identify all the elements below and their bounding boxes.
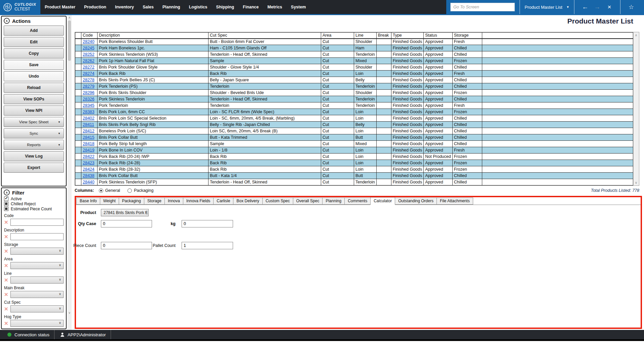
scroll-down-icon[interactable]: ∨ <box>633 181 639 184</box>
cut-spec-filter-select[interactable] <box>10 305 64 312</box>
column-header-description[interactable]: Description <box>98 33 209 39</box>
product-code-link[interactable]: 28418 <box>83 141 94 146</box>
product-code-link[interactable]: 28279 <box>83 84 94 89</box>
main-break-filter-select[interactable] <box>10 291 64 298</box>
back-button[interactable]: ← <box>579 3 591 11</box>
product-code-link[interactable]: 28326 <box>83 97 94 101</box>
tab-base-info[interactable]: Base Info <box>76 198 100 205</box>
table-row[interactable]: 28326Pork Skinless TenderloinTenderloin … <box>75 96 633 102</box>
piece-count-input[interactable] <box>101 242 152 249</box>
column-header-break[interactable]: Break <box>376 33 391 39</box>
pallet-count-input[interactable] <box>182 242 233 249</box>
product-code-link[interactable]: 28422 <box>83 154 94 159</box>
product-dropdown[interactable]: 27841 Bnls Sknls Pork E ∨ <box>101 209 149 216</box>
table-row[interactable]: 28424Pork Back Rib (28-32)Back RibCutLoi… <box>75 166 633 173</box>
row-selector-cell[interactable] <box>75 115 81 122</box>
column-header-code[interactable]: Code <box>81 33 98 39</box>
column-header-storage[interactable]: Storage <box>452 33 482 39</box>
clear-filter-icon[interactable]: ✕ <box>4 234 9 239</box>
view-spec-sheet-button[interactable]: View Spec Sheet <box>4 117 64 127</box>
table-row[interactable]: 28252Pork Skinless Tenderloin (WS3)Tende… <box>75 51 633 58</box>
product-code-link[interactable]: 28412 <box>83 129 94 133</box>
table-row[interactable]: 28272Bnls Pork Shoulder Glove StyleShoul… <box>75 64 633 71</box>
row-selector-cell[interactable] <box>75 154 81 160</box>
qty-case-input[interactable] <box>101 220 152 227</box>
row-selector-cell[interactable] <box>75 147 81 154</box>
table-row[interactable]: 28296Pork Bnls Sknls ShoulderShoulder - … <box>75 90 633 96</box>
description-filter-input[interactable] <box>10 233 64 240</box>
table-row[interactable]: 28438Bnls Pork Collar ButtButt - Kata 1/… <box>75 173 633 179</box>
save-button[interactable]: Save <box>4 60 64 70</box>
clear-filter-icon[interactable]: ✕ <box>4 263 9 268</box>
favorite-star-button[interactable]: ☆ <box>625 3 637 11</box>
area-filter-select[interactable] <box>10 262 64 269</box>
tab-calculator[interactable]: Calculator <box>370 197 395 205</box>
table-row[interactable]: 28411Bnls Sknls Pork Belly Sngl RibBelly… <box>75 122 633 128</box>
row-selector-cell[interactable] <box>75 179 81 185</box>
row-selector-cell[interactable] <box>75 173 81 179</box>
sidebar-scrollbar[interactable]: ∧ ∨ <box>67 15 72 330</box>
clear-filter-icon[interactable]: ✕ <box>4 220 9 225</box>
radio-packaging[interactable]: Packaging <box>127 188 153 193</box>
table-row[interactable]: 28274Pork Back RibBack RibCutLoinFinishe… <box>75 71 633 77</box>
menu-item-system[interactable]: System <box>287 0 310 14</box>
tab-overall-spec[interactable]: Overall Spec <box>293 198 323 205</box>
storage-filter-select[interactable] <box>10 248 64 255</box>
row-selector-cell[interactable] <box>75 58 81 64</box>
product-code-link[interactable]: 28278 <box>83 78 94 82</box>
scroll-up-icon[interactable]: ∧ <box>67 16 72 19</box>
checkbox-indeterminate-icon[interactable] <box>4 202 8 206</box>
radio-general-control[interactable] <box>99 188 103 193</box>
menu-item-finance[interactable]: Finance <box>238 0 263 14</box>
product-code-link[interactable]: 28240 <box>83 39 94 44</box>
undo-button[interactable]: Undo <box>4 71 64 81</box>
clear-filter-icon[interactable]: ✕ <box>4 249 9 254</box>
product-code-link[interactable]: 28423 <box>83 161 94 165</box>
row-selector-cell[interactable] <box>75 77 81 83</box>
menu-item-shipping[interactable]: Shipping <box>212 0 238 14</box>
row-selector-cell[interactable] <box>75 90 81 96</box>
menu-item-metrics[interactable]: Metrics <box>263 0 287 14</box>
product-code-link[interactable]: 28296 <box>83 90 94 95</box>
export-button[interactable]: Export <box>4 163 64 173</box>
scroll-down-icon[interactable]: ∨ <box>67 311 72 314</box>
row-selector-cell[interactable] <box>75 141 81 147</box>
view-npi-button[interactable]: View NPI <box>4 105 64 116</box>
tab-comments[interactable]: Comments <box>344 198 371 205</box>
product-code-link[interactable]: 28438 <box>83 173 94 178</box>
code-filter-input[interactable] <box>10 219 64 226</box>
go-to-screen-input[interactable] <box>450 3 515 11</box>
menu-item-inventory[interactable]: Inventory <box>111 0 138 14</box>
radio-general[interactable]: General <box>99 188 120 193</box>
collapse-actions-icon[interactable]: ∧ <box>4 18 10 24</box>
checkbox-checked-icon[interactable] <box>4 197 8 201</box>
filter-check-estimated-piece-count[interactable]: Estimated Piece Count <box>2 206 66 211</box>
column-header-status[interactable]: Status <box>424 33 452 39</box>
row-selector-cell[interactable] <box>75 166 81 173</box>
product-code-link[interactable]: 28411 <box>83 122 94 127</box>
column-header-area[interactable]: Area <box>321 33 354 39</box>
row-selector-cell[interactable] <box>75 45 81 51</box>
tab-box-delivery[interactable]: Box Delivery <box>233 198 262 205</box>
screen-selector-dropdown[interactable]: Product Master List ▼ <box>525 5 569 10</box>
product-code-link[interactable]: 28424 <box>83 167 94 172</box>
table-row[interactable]: 28415Bnls Pork Collar ButtButt - Kata Tr… <box>75 134 633 141</box>
row-selector-cell[interactable] <box>75 71 81 77</box>
row-selector-cell[interactable] <box>75 64 81 71</box>
product-code-link[interactable]: 28415 <box>83 135 94 140</box>
tab-custom-spec[interactable]: Custom Spec <box>262 198 293 205</box>
product-code-link[interactable]: 28272 <box>83 65 94 70</box>
line-filter-select[interactable] <box>10 276 64 284</box>
table-row[interactable]: 28402Bnls Pork Loin SC Special Selection… <box>75 115 633 122</box>
menu-item-production[interactable]: Production <box>80 0 111 14</box>
filter-check-active[interactable]: Active <box>2 196 66 201</box>
tab-file-attachments[interactable]: File Attachments <box>437 198 473 205</box>
forward-button[interactable]: → <box>591 3 603 11</box>
product-code-link[interactable]: 28345 <box>83 103 94 108</box>
table-row[interactable]: 28262Pork 1p Ham Natural Fall FlatSample… <box>75 58 633 64</box>
clear-filter-icon[interactable]: ✕ <box>4 292 9 297</box>
menu-item-logistics[interactable]: Logistics <box>185 0 212 14</box>
collapse-filter-icon[interactable]: ∧ <box>4 189 10 196</box>
tab-outstanding-orders[interactable]: Outstanding Orders <box>395 198 437 205</box>
product-code-link[interactable]: 28274 <box>83 71 94 76</box>
